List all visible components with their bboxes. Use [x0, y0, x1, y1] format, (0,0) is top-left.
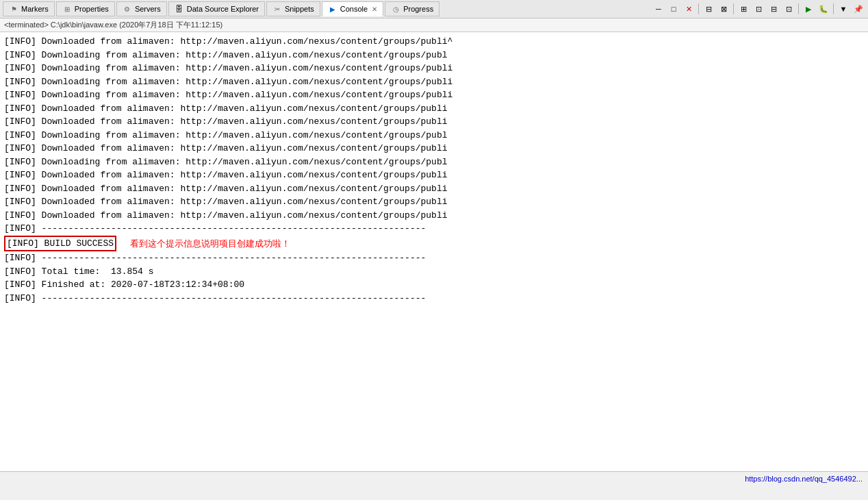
csdn-link[interactable]: https://blog.csdn.net/qq_4546492...	[745, 475, 863, 483]
terminated-status: <terminated> C:\jdk\bin\javaw.exe (2020年…	[4, 20, 222, 30]
tab-markers-label: Markers	[21, 5, 49, 13]
console-line: [INFO] Downloading from alimaven: http:/…	[4, 49, 864, 62]
tab-progress[interactable]: Progress	[385, 1, 439, 16]
console-line: [INFO] Downloaded from alimaven: http://…	[4, 195, 864, 209]
maximize-button[interactable]: □	[667, 3, 680, 15]
console-line: [INFO] Downloading from alimaven: http:/…	[4, 155, 864, 169]
console-line: [INFO] Downloaded from alimaven: http://…	[4, 168, 864, 182]
build-success-box: [INFO] BUILD SUCCESS	[4, 236, 116, 252]
run-button[interactable]: ▶	[802, 3, 815, 15]
toolbar-separator2	[733, 3, 734, 14]
console-icon	[328, 4, 337, 14]
toolbar-separator4	[833, 3, 834, 14]
tab-progress-label: Progress	[403, 5, 433, 13]
console-line: [INFO] Downloading from alimaven: http:/…	[4, 129, 864, 142]
console-output[interactable]: [INFO] Downloaded from alimaven: http://…	[0, 32, 868, 471]
toolbar-btn4[interactable]: ⊡	[752, 3, 765, 15]
toolbar-btn3[interactable]: ⊞	[737, 3, 750, 15]
view-menu-button[interactable]: ▼	[837, 3, 850, 15]
console-line: [INFO] ---------------------------------…	[4, 292, 864, 305]
console-line: [INFO] Downloading from alimaven: http:/…	[4, 62, 864, 75]
properties-icon	[62, 4, 72, 14]
tab-markers[interactable]: Markers	[3, 1, 55, 16]
tab-console-label: Console	[340, 5, 368, 13]
toolbar-btn5[interactable]: ⊟	[767, 3, 780, 15]
status-bar: <terminated> C:\jdk\bin\javaw.exe (2020年…	[0, 18, 868, 32]
console-line: [INFO] Downloading from alimaven: http:/…	[4, 75, 864, 89]
toolbar-btn2[interactable]: ⊠	[717, 3, 730, 15]
close-button[interactable]: ✕	[682, 3, 695, 15]
toolbar-btn6[interactable]: ⊡	[782, 3, 795, 15]
build-success-line: [INFO] BUILD SUCCESS看到这个提示信息说明项目创建成功啦！	[4, 236, 864, 252]
datasource-icon	[175, 4, 184, 14]
console-line: [INFO] Finished at: 2020-07-18T23:12:34+…	[4, 278, 864, 292]
console-line: [INFO] ---------------------------------…	[4, 251, 864, 265]
tab-snippets-label: Snippets	[285, 5, 314, 13]
tab-console[interactable]: Console ✕	[322, 1, 383, 16]
bottom-bar: https://blog.csdn.net/qq_4546492...	[0, 471, 868, 485]
toolbar-separator3	[798, 3, 799, 14]
toolbar-btn1[interactable]: ⊟	[702, 3, 715, 15]
tab-properties-label: Properties	[75, 5, 109, 13]
console-line: [INFO] Downloaded from alimaven: http://…	[4, 182, 864, 196]
pin-button[interactable]: 📌	[852, 3, 865, 15]
close-console-button[interactable]: ✕	[372, 5, 377, 13]
tab-servers-label: Servers	[135, 5, 161, 13]
tab-servers[interactable]: Servers	[116, 1, 167, 16]
snippets-icon	[272, 4, 282, 14]
servers-icon	[123, 4, 132, 14]
console-line: [INFO] Downloading from alimaven: http:/…	[4, 88, 864, 102]
tab-datasource-label: Data Source Explorer	[187, 5, 259, 13]
console-line: [INFO] Downloaded from alimaven: http://…	[4, 209, 864, 223]
minimize-button[interactable]: ─	[652, 3, 665, 15]
console-line: [INFO] Total time: 13.854 s	[4, 265, 864, 279]
console-line: [INFO] ---------------------------------…	[4, 222, 864, 236]
console-line: [INFO] Downloaded from alimaven: http://…	[4, 35, 864, 49]
toolbar-separator	[698, 3, 699, 14]
progress-icon	[391, 4, 400, 14]
tab-datasource[interactable]: Data Source Explorer	[168, 1, 265, 16]
console-line: [INFO] Downloaded from alimaven: http://…	[4, 142, 864, 155]
success-annotation: 看到这个提示信息说明项目创建成功啦！	[130, 237, 290, 251]
console-line: [INFO] Downloaded from alimaven: http://…	[4, 102, 864, 116]
console-line: [INFO] Downloaded from alimaven: http://…	[4, 115, 864, 129]
tab-snippets[interactable]: Snippets	[266, 1, 320, 16]
tab-bar: Markers Properties Servers Data Source E…	[0, 0, 868, 18]
markers-icon	[9, 4, 18, 14]
tab-properties[interactable]: Properties	[56, 1, 115, 16]
debug-button[interactable]: 🐛	[817, 3, 830, 15]
